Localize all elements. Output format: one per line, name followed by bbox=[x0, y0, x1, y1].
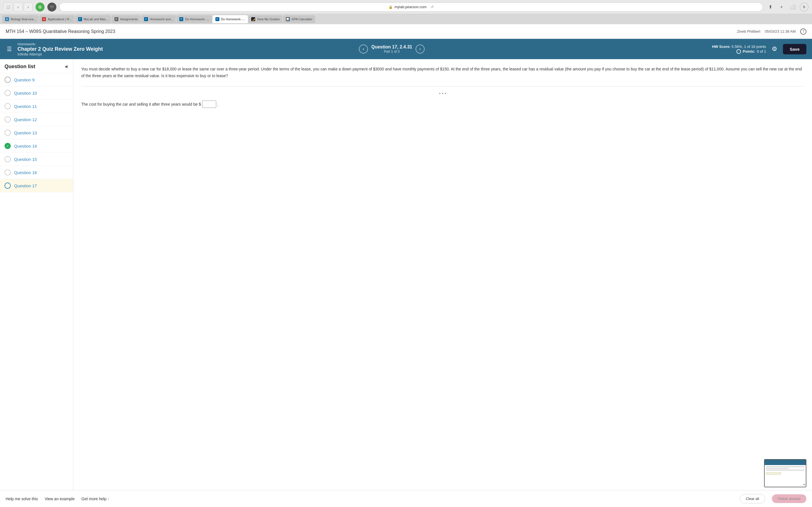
thumbnail-close[interactable]: ✕ bbox=[803, 483, 805, 486]
tab-homework1-label: Homework and... bbox=[150, 17, 173, 21]
q-circle-9 bbox=[4, 76, 11, 83]
hw-points-line: Points: 0 of 1 bbox=[737, 49, 766, 54]
tab-dohomework2[interactable]: P Do Homework -... bbox=[213, 15, 248, 23]
tab-applications[interactable]: M Applications | R... bbox=[39, 15, 74, 23]
tab-dohomework1-label: Do Homework -... bbox=[185, 17, 209, 21]
profile-btn[interactable]: h bbox=[800, 3, 809, 11]
question-list-sidebar: Question list ◄ Question 9 Question 10 Q… bbox=[0, 59, 73, 490]
thumbnail-bar bbox=[765, 460, 806, 465]
answer-input[interactable] bbox=[202, 101, 216, 108]
question-list-item-9[interactable]: Question 9 bbox=[0, 73, 73, 87]
hw-score-block: HW Score: 5.56%, 1 of 18 points Points: … bbox=[429, 45, 766, 54]
tab-assignments-favicon: P bbox=[114, 17, 118, 21]
question-list-item-17[interactable]: Question 17 bbox=[0, 179, 73, 192]
tab-gpa[interactable]: 📊 GPA Calculator bbox=[283, 15, 315, 23]
thumbnail-content bbox=[765, 465, 806, 487]
address-bar[interactable]: 🔒 mylab.pearson.com ↺ bbox=[59, 3, 763, 11]
question-label-11: Question 11 bbox=[14, 104, 37, 109]
thumb-line-2 bbox=[766, 468, 789, 469]
tab-assignments-label: Assignments bbox=[120, 17, 138, 21]
question-list-item-10[interactable]: Question 10 bbox=[0, 87, 73, 100]
q-circle-10 bbox=[4, 90, 11, 96]
points-value: 0 of 1 bbox=[757, 49, 766, 54]
tab-mylab-label: MyLab and Mas... bbox=[84, 17, 108, 21]
tab-bio-favicon: B bbox=[5, 17, 9, 21]
tab-gpa-favicon: 📊 bbox=[286, 17, 290, 21]
question-label-15: Question 15 bbox=[14, 157, 37, 162]
tab-dohomework1[interactable]: P Do Homework -... bbox=[176, 15, 212, 23]
thumb-line-1 bbox=[766, 466, 805, 467]
hw-settings-btn[interactable]: ⚙ bbox=[770, 44, 778, 54]
question-list-item-16[interactable]: Question 16 bbox=[0, 166, 73, 179]
answer-line: The cost for buying the car and selling … bbox=[81, 101, 804, 108]
question-list-item-12[interactable]: Question 12 bbox=[0, 113, 73, 126]
sidebar-title: Question list bbox=[4, 64, 35, 69]
tab-grades[interactable]: 🌙 View My Grades bbox=[248, 15, 283, 23]
question-list-item-15[interactable]: Question 15 bbox=[0, 153, 73, 166]
thumb-input-box bbox=[766, 472, 781, 474]
hw-save-btn[interactable]: Save bbox=[783, 44, 806, 54]
q-circle-15 bbox=[4, 156, 11, 162]
tab-assignments[interactable]: P Assignments bbox=[112, 15, 141, 23]
q-circle-14: ✓ bbox=[4, 143, 11, 149]
question-list-item-13[interactable]: Question 13 bbox=[0, 126, 73, 139]
question-label-13: Question 13 bbox=[14, 130, 37, 135]
get-more-help-btn[interactable]: Get more help bbox=[82, 497, 109, 501]
user-name: Zineb Philibert bbox=[737, 29, 760, 34]
new-tab-btn[interactable]: + bbox=[777, 3, 786, 11]
tab-applications-favicon: M bbox=[42, 17, 46, 21]
datetime: 05/03/23 11:38 AM bbox=[765, 29, 796, 34]
answer-suffix: . bbox=[217, 102, 218, 107]
share-btn[interactable]: ⬆ bbox=[766, 3, 775, 11]
browser-tabs: B Biology final exa... M Applications | … bbox=[0, 14, 812, 24]
prev-question-btn[interactable]: ‹ bbox=[359, 45, 368, 54]
divider bbox=[81, 86, 804, 87]
content-area: You must decide whether to buy a new car… bbox=[73, 59, 812, 490]
sidebar-toggle-btn[interactable]: ⬜ bbox=[3, 3, 12, 11]
question-list-item-14[interactable]: ✓ Question 14 bbox=[0, 139, 73, 153]
help-icon[interactable]: ? bbox=[800, 29, 806, 35]
tab-dohomework2-favicon: P bbox=[215, 17, 219, 21]
expand-dots[interactable]: • • • bbox=[81, 91, 804, 96]
q-circle-16 bbox=[4, 169, 11, 175]
q-circle-11 bbox=[4, 103, 11, 109]
extensions-btn[interactable]: ⬜ bbox=[788, 3, 797, 11]
points-circle bbox=[737, 49, 741, 54]
question-list-item-11[interactable]: Question 11 bbox=[0, 100, 73, 113]
thumbnail-overlay: ✕ bbox=[764, 459, 806, 487]
back-btn[interactable]: ‹ bbox=[13, 3, 22, 11]
reload-icon[interactable]: ↺ bbox=[430, 5, 434, 9]
lock-icon: 🔒 bbox=[389, 5, 393, 9]
q-circle-13 bbox=[4, 129, 11, 136]
help-me-solve-btn[interactable]: Help me solve this bbox=[6, 497, 38, 501]
tab-homework1[interactable]: P Homework and... bbox=[141, 15, 176, 23]
tab-bio[interactable]: B Biology final exa... bbox=[2, 15, 39, 23]
hw-score-value: 5.56%, 1 of 18 points bbox=[732, 45, 766, 49]
tab-mylab-favicon: P bbox=[78, 17, 82, 21]
tab-mylab[interactable]: P MyLab and Mas... bbox=[75, 15, 111, 23]
sidebar-collapse-btn[interactable]: ◄ bbox=[63, 64, 68, 69]
question-label-10: Question 10 bbox=[14, 91, 37, 96]
question-text: You must decide whether to buy a new car… bbox=[81, 66, 804, 79]
clear-all-btn[interactable]: Clear all bbox=[740, 494, 765, 503]
hw-title-block: Homework: Chapter 2 Quiz Review Zero Wei… bbox=[17, 42, 354, 56]
question-label-12: Question 12 bbox=[14, 117, 37, 122]
page-header: MTH 154 – W09S Quantitative Reasoning Sp… bbox=[0, 24, 812, 39]
q-circle-17 bbox=[4, 182, 11, 189]
question-label-9: Question 9 bbox=[14, 77, 35, 82]
url-text: mylab.pearson.com bbox=[395, 5, 426, 9]
hw-question-num: Question 17, 2.4.31 bbox=[371, 45, 412, 50]
view-example-btn[interactable]: View an example bbox=[45, 497, 74, 501]
check-answer-btn[interactable]: Check answer bbox=[772, 494, 806, 503]
hw-menu-btn[interactable]: ☰ bbox=[6, 45, 13, 54]
extension-icon-1[interactable]: G bbox=[36, 3, 45, 11]
forward-btn[interactable]: › bbox=[24, 3, 33, 11]
tab-dohomework2-label: Do Homework -... bbox=[221, 17, 245, 21]
next-question-btn[interactable]: › bbox=[416, 45, 424, 54]
question-label-17: Question 17 bbox=[14, 183, 37, 188]
page-title: MTH 154 – W09S Quantitative Reasoning Sp… bbox=[6, 29, 115, 34]
tab-grades-label: View My Grades bbox=[257, 17, 280, 21]
browser-nav-buttons: ⬜ ‹ › bbox=[3, 3, 33, 11]
extension-icon-2[interactable]: 🛡 bbox=[47, 3, 56, 11]
answer-prefix: The cost for buying the car and selling … bbox=[81, 102, 201, 107]
